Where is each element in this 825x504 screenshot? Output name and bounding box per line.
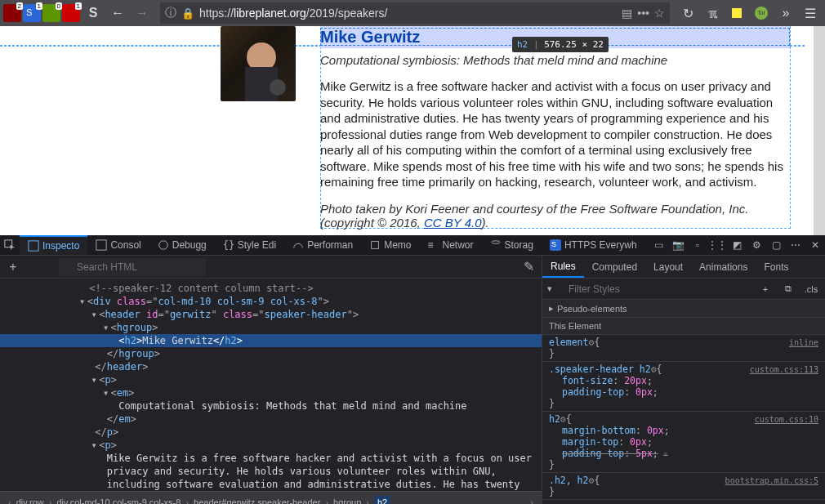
devtools-opt1-button[interactable]: ▫	[688, 235, 707, 255]
lock-icon[interactable]: 🔒	[181, 7, 194, 20]
badge-count: 1	[75, 2, 82, 10]
dom-tree[interactable]: <!--speaker-12 content column start--> ▾…	[0, 279, 542, 491]
star-icon[interactable]: ☆	[654, 7, 665, 20]
bc-seg[interactable]: div.row	[16, 497, 44, 505]
badge-count: 1	[36, 2, 42, 10]
tab-inspector[interactable]: Inspecto	[20, 235, 87, 255]
bc-scroll-right[interactable]: ›	[525, 497, 538, 505]
svg-point-6	[158, 241, 167, 250]
pseudo-elements-header[interactable]: ▸Pseudo-elements	[542, 300, 825, 317]
bc-scroll-left[interactable]: ‹	[3, 497, 16, 505]
page-scrollbar[interactable]	[814, 26, 825, 235]
bc-seg[interactable]: div.col-md-10.col-sm-9.col-xs-8	[56, 497, 181, 505]
responsive-design-button[interactable]: ▭	[649, 235, 668, 255]
devtools-opt3-button[interactable]: ◩	[727, 235, 747, 255]
ext-red-icon[interactable]: 1	[62, 4, 80, 22]
screenshot-button[interactable]: 📷	[668, 235, 688, 255]
reload-button[interactable]: ↻	[676, 2, 699, 25]
svg-rect-7	[372, 242, 379, 249]
toggle-classes-button[interactable]: .cls	[802, 284, 820, 294]
photo-credit: Photo taken by Kori Feener and courtesy …	[320, 202, 790, 230]
library-button[interactable]: ℼ	[701, 2, 724, 25]
devtools-opt2-button[interactable]: ⋮⋮	[707, 235, 727, 255]
tab-debugger[interactable]: Debugg	[149, 235, 215, 255]
devtools-dock-button[interactable]: ▢	[766, 235, 786, 255]
speaker-photo	[221, 26, 296, 101]
svg-rect-4	[29, 241, 38, 251]
element-tooltip: h2 | 576.25 × 22	[512, 37, 609, 52]
copy-rule-button[interactable]: ⧉	[779, 283, 797, 294]
browser-toolbar: 2 S1 0 1 S ← → ⓘ 🔒 https://libreplanet.o…	[0, 0, 825, 26]
rules-tab-layout[interactable]: Layout	[645, 256, 691, 278]
edit-html-button[interactable]: ✎	[520, 259, 537, 275]
filter-styles-input[interactable]	[557, 283, 751, 295]
ext-greencheck-icon[interactable]: 0	[42, 4, 60, 22]
ext-yellow-icon[interactable]	[725, 2, 748, 25]
ext-s2-icon[interactable]: S	[82, 2, 105, 25]
filter-icon: ▾	[547, 283, 552, 294]
search-html-input[interactable]	[59, 258, 206, 276]
add-rule-button[interactable]: +	[756, 284, 774, 294]
devtools-more-button[interactable]: ⋯	[786, 235, 805, 255]
cc-license-link[interactable]: CC BY 4.0	[424, 216, 482, 230]
this-element-header: This Element	[542, 318, 825, 334]
rules-tab-fonts[interactable]: Fonts	[756, 256, 796, 278]
breadcrumb: ‹ div.row› div.col-md-10.col-sm-9.col-xs…	[0, 491, 542, 504]
nav-forward-button[interactable]: →	[131, 2, 154, 25]
bc-seg[interactable]: header#gerwitz.speaker-header	[194, 497, 320, 505]
badge-count: 2	[16, 2, 23, 10]
css-rule[interactable]: .speaker-header h2 ⚙ {custom.css:113font…	[542, 362, 825, 412]
reader-icon[interactable]: ▤	[622, 7, 632, 20]
markup-panel: + ✎ <!--speaker-12 content column start-…	[0, 256, 542, 504]
overflow-button[interactable]: »	[774, 2, 797, 25]
bc-seg-active[interactable]: h2	[374, 496, 390, 505]
menu-button[interactable]: ☰	[799, 2, 822, 25]
tab-style-editor[interactable]: {}Style Edi	[215, 235, 284, 255]
rules-tab-animations[interactable]: Animations	[691, 256, 756, 278]
add-node-button[interactable]: +	[5, 259, 21, 275]
url-text: https://libreplanet.org/2019/speakers/	[199, 7, 387, 20]
svg-rect-5	[96, 240, 106, 250]
speaker-subtitle: Computational symbiosis: Methods that me…	[320, 53, 790, 67]
tab-storage[interactable]: Storag	[482, 235, 542, 255]
rules-tabbar: Rules Computed Layout Animations Fonts	[542, 256, 825, 279]
tor-icon[interactable]: Tor	[750, 2, 773, 25]
tab-network[interactable]: ≡Networ	[420, 235, 482, 255]
svg-point-2	[270, 79, 286, 96]
devtools-tabbar: Inspecto Consol Debugg {}Style Edi Perfo…	[0, 235, 825, 256]
selected-dom-node: <h2>Mike Gerwitz</h2>	[0, 334, 542, 347]
devtools-close-button[interactable]: ✕	[805, 235, 825, 255]
tab-memory[interactable]: Memo	[361, 235, 419, 255]
tab-https-everywhere[interactable]: SHTTPS Everywh	[542, 235, 645, 255]
svg-point-8	[491, 241, 500, 244]
node-picker-button[interactable]	[0, 235, 20, 255]
badge-count: 0	[56, 2, 62, 10]
tab-console[interactable]: Consol	[87, 235, 149, 255]
url-bar[interactable]: ⓘ 🔒 https://libreplanet.org/2019/speaker…	[160, 2, 670, 24]
dots-icon[interactable]: •••	[637, 7, 649, 20]
tab-performance[interactable]: Performan	[284, 235, 361, 255]
speaker-bio: Mike Gerwitz is a free software hacker a…	[320, 78, 790, 190]
css-rule[interactable]: element ⚙ {inline}	[542, 335, 825, 362]
ext-s-icon[interactable]: S1	[23, 4, 41, 22]
rules-tab-rules[interactable]: Rules	[542, 256, 584, 278]
devtools-panel: Inspecto Consol Debugg {}Style Edi Perfo…	[0, 235, 825, 504]
page-content: Mike Gerwitz Computational symbiosis: Me…	[0, 26, 825, 235]
rules-tab-computed[interactable]: Computed	[584, 256, 645, 278]
bc-seg[interactable]: hgroup	[333, 497, 361, 505]
css-rule[interactable]: .h2, h2 ⚙ {bootstrap.min.css:5}	[542, 473, 825, 500]
info-icon[interactable]: ⓘ	[165, 6, 176, 20]
rules-panel: Rules Computed Layout Animations Fonts ▾…	[542, 256, 825, 504]
css-rule[interactable]: h2 ⚙ {custom.css:10margin-bottom: 0px;ma…	[542, 412, 825, 473]
ext-ublock-icon[interactable]: 2	[3, 4, 21, 22]
nav-back-button[interactable]: ←	[106, 2, 129, 25]
devtools-settings-button[interactable]: ⚙	[747, 235, 766, 255]
